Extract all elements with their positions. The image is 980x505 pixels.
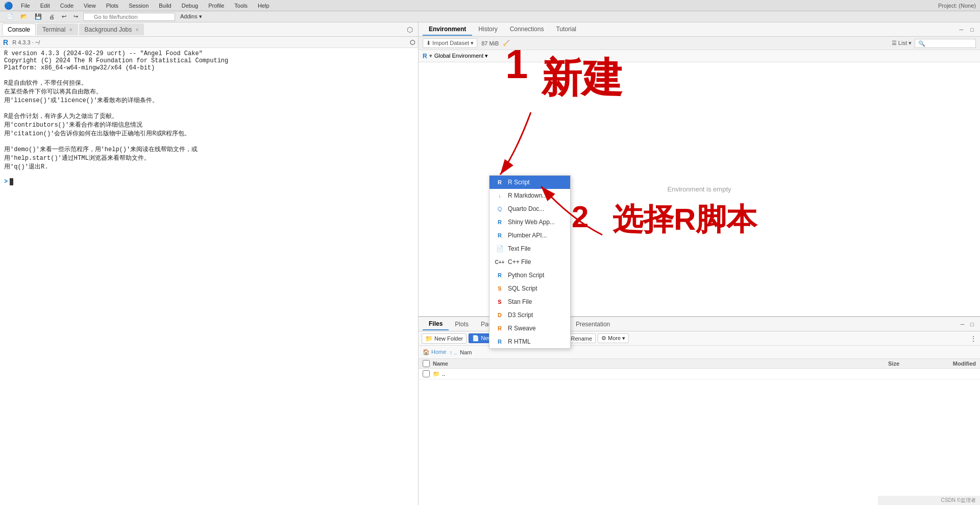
addins-btn[interactable]: Addins ▾ <box>178 13 204 20</box>
env-tab-bar: Environment History Connections Tutorial… <box>419 22 980 37</box>
row-checkbox[interactable] <box>423 370 430 377</box>
console-line-7: R是合作计划，有许多人为之做出了贡献。 <box>4 112 414 121</box>
tab-files[interactable]: Files <box>423 318 449 330</box>
r-icon: R <box>3 38 8 46</box>
broom-icon[interactable]: 🧹 <box>503 40 510 46</box>
d3-icon: D <box>496 311 504 319</box>
folder-icon: 📁 <box>433 371 440 377</box>
r-script-icon: R <box>496 178 504 186</box>
sweave-icon: R <box>496 324 504 332</box>
env-maximize-btn[interactable]: □ <box>968 26 976 34</box>
file-row-up[interactable]: 📁 .. <box>419 369 980 379</box>
stan-icon: S <box>496 298 504 306</box>
menu-plots[interactable]: Plots <box>104 2 120 10</box>
menu-edit[interactable]: Edit <box>38 2 52 10</box>
text-file-icon: 📄 <box>496 245 504 253</box>
files-minimize-btn[interactable]: ─ <box>959 320 967 328</box>
r-selector-bar: R ▾ Global Environment ▾ <box>419 50 980 62</box>
console-output: R version 4.3.3 (2024-02-29 ucrt) -- "An… <box>0 48 418 505</box>
new-folder-btn[interactable]: 📁 New Folder <box>422 333 467 344</box>
files-maximize-btn[interactable]: □ <box>968 320 976 328</box>
print-btn[interactable]: 🖨 <box>47 13 57 20</box>
current-folder-label: Nam <box>460 349 472 355</box>
tab-tutorial[interactable]: Tutorial <box>550 23 582 36</box>
more-btn[interactable]: ⚙ More ▾ <box>598 333 629 343</box>
dropdown-plumber-api[interactable]: R Plumber API... <box>489 229 570 242</box>
menu-session[interactable]: Session <box>127 2 151 10</box>
menu-profile[interactable]: Profile <box>206 2 226 10</box>
tab-background-jobs[interactable]: Background Jobs × <box>79 23 144 35</box>
dropdown-quarto-doc[interactable]: Q Quarto Doc... <box>489 202 570 215</box>
menu-code[interactable]: Code <box>58 2 76 10</box>
dropdown-text-file[interactable]: 📄 Text File <box>489 242 570 255</box>
dropdown-r-html[interactable]: R R HTML <box>489 335 570 348</box>
plumber-icon: R <box>496 231 504 239</box>
undo-btn[interactable]: ↩ <box>60 13 68 20</box>
tab-history[interactable]: History <box>472 23 503 36</box>
left-pane: Console Terminal × Background Jobs × ⬡ R… <box>0 22 419 505</box>
menu-file[interactable]: File <box>19 2 32 10</box>
menu-build[interactable]: Build <box>157 2 173 10</box>
rhtml-icon: R <box>496 338 504 346</box>
global-env-label[interactable]: Global Environment ▾ <box>434 53 488 59</box>
new-file-btn[interactable]: 📄 <box>4 13 15 20</box>
dropdown-r-sweave[interactable]: R R Sweave <box>489 322 570 335</box>
tab-environment[interactable]: Environment <box>423 23 472 36</box>
status-bar: CSDN ©监理者 <box>878 496 980 505</box>
env-search-input[interactable] <box>915 39 976 48</box>
pane-pop-btn[interactable]: ⬡ <box>404 26 416 34</box>
console-line-3: Platform: x86_64-w64-mingw32/x64 (64-bit… <box>4 64 414 71</box>
console-line-10: 用'demo()'来看一些示范程序，用'help()'来阅读在线帮助文件，或 <box>4 145 414 154</box>
console-prompt[interactable]: > <box>4 178 414 185</box>
import-dataset-btn[interactable]: ⬇ Import Dataset ▾ <box>423 38 477 48</box>
home-nav-btn[interactable]: 🏠 Home <box>423 349 446 355</box>
menu-view[interactable]: View <box>82 2 98 10</box>
dropdown-shiny-app[interactable]: R Shiny Web App... <box>489 215 570 229</box>
cpp-icon: C++ <box>496 258 504 266</box>
prompt-char: > <box>4 178 8 185</box>
dropdown-d3-script[interactable]: D D3 Script <box>489 308 570 322</box>
dropdown-stan-file[interactable]: S Stan File <box>489 295 570 308</box>
dropdown-cpp-file[interactable]: C++ C++ File <box>489 255 570 269</box>
menu-help[interactable]: Help <box>256 2 272 10</box>
console-tab-bar: Console Terminal × Background Jobs × ⬡ <box>0 22 418 37</box>
dropdown-sql-script[interactable]: S SQL Script <box>489 282 570 295</box>
sql-icon: S <box>496 284 504 293</box>
console-line-11: 用'help.start()'通过HTML浏览器来看帮助文件。 <box>4 154 414 162</box>
tab-plots[interactable]: Plots <box>449 319 475 330</box>
dropdown-python-script[interactable]: R Python Script <box>489 269 570 282</box>
console-pop-btn[interactable]: ⬡ <box>410 39 415 46</box>
menu-tools[interactable]: Tools <box>232 2 250 10</box>
files-list-header: Name Size Modified <box>419 359 980 369</box>
console-toolbar: R R 4.3.3 · ~/ ⬡ <box>0 37 418 48</box>
r-dropdown[interactable]: ▾ <box>429 53 432 59</box>
up-nav-btn[interactable]: ↑ .. <box>449 349 457 355</box>
list-view-btn[interactable]: ☰ List ▾ <box>892 40 912 46</box>
app-icon: 🔵 <box>4 2 13 10</box>
console-line-1: R version 4.3.3 (2024-02-29 ucrt) -- "An… <box>4 50 414 57</box>
dropdown-r-markdown[interactable]: ↓ R Markdown... <box>489 189 570 202</box>
menu-debug[interactable]: Debug <box>180 2 200 10</box>
more-icon: ⚙ <box>601 335 606 342</box>
open-file-btn[interactable]: 📂 <box>18 13 30 20</box>
save-btn[interactable]: 💾 <box>33 13 44 20</box>
redo-btn[interactable]: ↪ <box>71 13 80 20</box>
tab-terminal[interactable]: Terminal × <box>37 23 78 35</box>
go-to-function-input[interactable] <box>83 13 175 21</box>
select-all-checkbox[interactable] <box>423 360 430 367</box>
python-icon: R <box>496 271 504 279</box>
project-label: Project: (None) <box>938 3 976 9</box>
console-line-8: 用'contributors()'来看合作者的详细信息情况 <box>4 121 414 129</box>
env-minimize-btn[interactable]: ─ <box>958 26 966 34</box>
quarto-icon: Q <box>496 205 504 213</box>
dropdown-r-script[interactable]: R R Script <box>489 176 570 189</box>
files-list: 📁 .. <box>419 369 980 505</box>
files-options-btn[interactable]: ⋮ <box>970 334 977 343</box>
status-text: CSDN ©监理者 <box>941 497 976 504</box>
tab-console[interactable]: Console <box>2 23 36 35</box>
console-line-4: R是自由软件，不带任何担保。 <box>4 79 414 87</box>
tab-connections[interactable]: Connections <box>504 23 550 36</box>
console-version: R 4.3.3 · ~/ <box>12 39 40 45</box>
tab-presentation[interactable]: Presentation <box>570 319 616 330</box>
new-file-dropdown: R R Script ↓ R Markdown... Q Quarto Doc.… <box>489 175 571 349</box>
